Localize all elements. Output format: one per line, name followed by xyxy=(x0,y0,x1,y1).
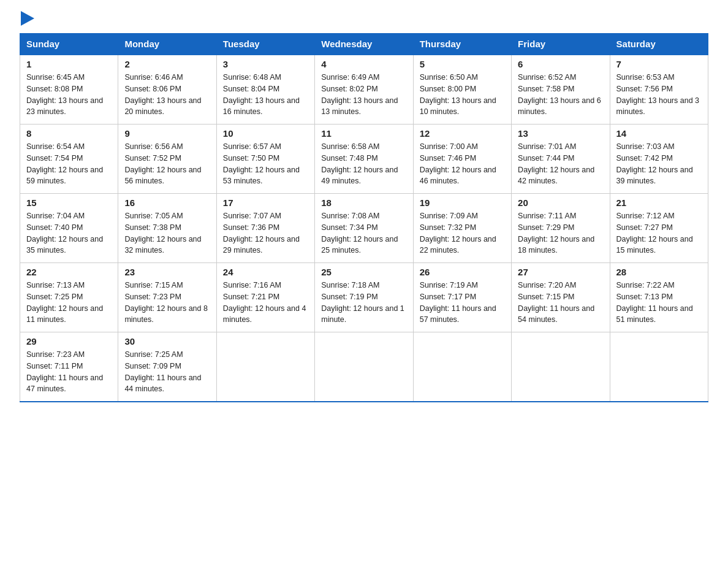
day-info: Sunrise: 6:49 AM Sunset: 8:02 PM Dayligh… xyxy=(321,72,406,118)
week-row-1: 1 Sunrise: 6:45 AM Sunset: 8:08 PM Dayli… xyxy=(20,55,708,124)
day-info: Sunrise: 6:56 AM Sunset: 7:52 PM Dayligh… xyxy=(124,141,210,187)
day-info: Sunrise: 7:12 AM Sunset: 7:27 PM Dayligh… xyxy=(616,210,702,256)
calendar-cell: 10 Sunrise: 6:57 AM Sunset: 7:50 PM Dayl… xyxy=(216,124,314,194)
day-number: 27 xyxy=(518,267,603,277)
day-number: 13 xyxy=(518,128,603,139)
week-row-3: 15 Sunrise: 7:04 AM Sunset: 7:40 PM Dayl… xyxy=(20,194,708,263)
calendar-table: SundayMondayTuesdayWednesdayThursdayFrid… xyxy=(20,33,708,402)
day-info: Sunrise: 7:03 AM Sunset: 7:42 PM Dayligh… xyxy=(616,141,702,187)
day-number: 1 xyxy=(26,59,112,69)
calendar-cell: 3 Sunrise: 6:48 AM Sunset: 8:04 PM Dayli… xyxy=(216,55,314,124)
day-number: 29 xyxy=(26,336,112,347)
day-info: Sunrise: 6:50 AM Sunset: 8:00 PM Dayligh… xyxy=(420,72,505,118)
day-info: Sunrise: 7:23 AM Sunset: 7:11 PM Dayligh… xyxy=(26,349,112,395)
day-info: Sunrise: 7:07 AM Sunset: 7:36 PM Dayligh… xyxy=(223,210,308,256)
calendar-cell xyxy=(413,332,511,402)
day-number: 24 xyxy=(223,267,308,277)
day-info: Sunrise: 7:05 AM Sunset: 7:38 PM Dayligh… xyxy=(124,210,210,256)
day-info: Sunrise: 7:15 AM Sunset: 7:23 PM Dayligh… xyxy=(124,280,210,326)
day-number: 2 xyxy=(124,59,210,69)
calendar-cell: 22 Sunrise: 7:13 AM Sunset: 7:25 PM Dayl… xyxy=(20,263,118,332)
day-number: 30 xyxy=(124,336,210,347)
day-info: Sunrise: 7:09 AM Sunset: 7:32 PM Dayligh… xyxy=(420,210,505,256)
header-sunday: Sunday xyxy=(20,34,118,55)
day-number: 21 xyxy=(616,197,702,208)
calendar-cell: 30 Sunrise: 7:25 AM Sunset: 7:09 PM Dayl… xyxy=(118,332,216,402)
calendar-cell: 12 Sunrise: 7:00 AM Sunset: 7:46 PM Dayl… xyxy=(413,124,511,194)
day-info: Sunrise: 7:11 AM Sunset: 7:29 PM Dayligh… xyxy=(518,210,603,256)
calendar-cell: 26 Sunrise: 7:19 AM Sunset: 7:17 PM Dayl… xyxy=(413,263,511,332)
day-number: 23 xyxy=(124,267,210,277)
day-info: Sunrise: 7:20 AM Sunset: 7:15 PM Dayligh… xyxy=(518,280,603,326)
calendar-cell: 2 Sunrise: 6:46 AM Sunset: 8:06 PM Dayli… xyxy=(118,55,216,124)
calendar-cell xyxy=(315,332,413,402)
day-number: 19 xyxy=(420,197,505,208)
calendar-cell: 16 Sunrise: 7:05 AM Sunset: 7:38 PM Dayl… xyxy=(118,194,216,263)
calendar-cell: 20 Sunrise: 7:11 AM Sunset: 7:29 PM Dayl… xyxy=(512,194,610,263)
day-number: 10 xyxy=(223,128,308,139)
logo-triangle-icon xyxy=(21,11,34,26)
day-number: 18 xyxy=(321,197,406,208)
header-row: SundayMondayTuesdayWednesdayThursdayFrid… xyxy=(20,34,708,55)
day-info: Sunrise: 7:19 AM Sunset: 7:17 PM Dayligh… xyxy=(420,280,505,326)
day-info: Sunrise: 6:53 AM Sunset: 7:56 PM Dayligh… xyxy=(616,72,702,118)
calendar-cell: 8 Sunrise: 6:54 AM Sunset: 7:54 PM Dayli… xyxy=(20,124,118,194)
logo xyxy=(20,15,34,26)
calendar-cell: 11 Sunrise: 6:58 AM Sunset: 7:48 PM Dayl… xyxy=(315,124,413,194)
calendar-cell: 18 Sunrise: 7:08 AM Sunset: 7:34 PM Dayl… xyxy=(315,194,413,263)
calendar-cell: 25 Sunrise: 7:18 AM Sunset: 7:19 PM Dayl… xyxy=(315,263,413,332)
calendar-cell: 7 Sunrise: 6:53 AM Sunset: 7:56 PM Dayli… xyxy=(610,55,708,124)
calendar-cell: 19 Sunrise: 7:09 AM Sunset: 7:32 PM Dayl… xyxy=(413,194,511,263)
day-number: 28 xyxy=(616,267,702,277)
day-number: 20 xyxy=(518,197,603,208)
day-number: 9 xyxy=(124,128,210,139)
day-info: Sunrise: 7:25 AM Sunset: 7:09 PM Dayligh… xyxy=(124,349,210,395)
day-number: 17 xyxy=(223,197,308,208)
week-row-2: 8 Sunrise: 6:54 AM Sunset: 7:54 PM Dayli… xyxy=(20,124,708,194)
day-info: Sunrise: 7:01 AM Sunset: 7:44 PM Dayligh… xyxy=(518,141,603,187)
day-info: Sunrise: 6:58 AM Sunset: 7:48 PM Dayligh… xyxy=(321,141,406,187)
calendar-cell: 21 Sunrise: 7:12 AM Sunset: 7:27 PM Dayl… xyxy=(610,194,708,263)
calendar-cell: 29 Sunrise: 7:23 AM Sunset: 7:11 PM Dayl… xyxy=(20,332,118,402)
top-section xyxy=(20,15,708,26)
day-number: 15 xyxy=(26,197,112,208)
calendar-cell: 14 Sunrise: 7:03 AM Sunset: 7:42 PM Dayl… xyxy=(610,124,708,194)
day-number: 16 xyxy=(124,197,210,208)
week-row-5: 29 Sunrise: 7:23 AM Sunset: 7:11 PM Dayl… xyxy=(20,332,708,402)
day-info: Sunrise: 6:52 AM Sunset: 7:58 PM Dayligh… xyxy=(518,72,603,118)
day-info: Sunrise: 6:54 AM Sunset: 7:54 PM Dayligh… xyxy=(26,141,112,187)
calendar-cell: 15 Sunrise: 7:04 AM Sunset: 7:40 PM Dayl… xyxy=(20,194,118,263)
header-thursday: Thursday xyxy=(413,34,511,55)
calendar-cell: 6 Sunrise: 6:52 AM Sunset: 7:58 PM Dayli… xyxy=(512,55,610,124)
day-number: 8 xyxy=(26,128,112,139)
calendar-cell xyxy=(610,332,708,402)
calendar-cell: 9 Sunrise: 6:56 AM Sunset: 7:52 PM Dayli… xyxy=(118,124,216,194)
day-number: 22 xyxy=(26,267,112,277)
day-number: 3 xyxy=(223,59,308,69)
day-number: 14 xyxy=(616,128,702,139)
day-info: Sunrise: 7:00 AM Sunset: 7:46 PM Dayligh… xyxy=(420,141,505,187)
calendar-cell: 27 Sunrise: 7:20 AM Sunset: 7:15 PM Dayl… xyxy=(512,263,610,332)
day-number: 25 xyxy=(321,267,406,277)
day-info: Sunrise: 7:04 AM Sunset: 7:40 PM Dayligh… xyxy=(26,210,112,256)
day-number: 5 xyxy=(420,59,505,69)
svg-marker-0 xyxy=(21,11,34,26)
day-info: Sunrise: 7:18 AM Sunset: 7:19 PM Dayligh… xyxy=(321,280,406,326)
day-number: 12 xyxy=(420,128,505,139)
calendar-cell: 1 Sunrise: 6:45 AM Sunset: 8:08 PM Dayli… xyxy=(20,55,118,124)
calendar-cell: 17 Sunrise: 7:07 AM Sunset: 7:36 PM Dayl… xyxy=(216,194,314,263)
day-number: 4 xyxy=(321,59,406,69)
calendar-cell: 5 Sunrise: 6:50 AM Sunset: 8:00 PM Dayli… xyxy=(413,55,511,124)
day-info: Sunrise: 7:16 AM Sunset: 7:21 PM Dayligh… xyxy=(223,280,308,326)
calendar-cell: 23 Sunrise: 7:15 AM Sunset: 7:23 PM Dayl… xyxy=(118,263,216,332)
calendar-cell: 24 Sunrise: 7:16 AM Sunset: 7:21 PM Dayl… xyxy=(216,263,314,332)
calendar-cell: 28 Sunrise: 7:22 AM Sunset: 7:13 PM Dayl… xyxy=(610,263,708,332)
day-info: Sunrise: 6:57 AM Sunset: 7:50 PM Dayligh… xyxy=(223,141,308,187)
day-info: Sunrise: 6:48 AM Sunset: 8:04 PM Dayligh… xyxy=(223,72,308,118)
week-row-4: 22 Sunrise: 7:13 AM Sunset: 7:25 PM Dayl… xyxy=(20,263,708,332)
header-friday: Friday xyxy=(512,34,610,55)
day-info: Sunrise: 7:13 AM Sunset: 7:25 PM Dayligh… xyxy=(26,280,112,326)
day-info: Sunrise: 6:45 AM Sunset: 8:08 PM Dayligh… xyxy=(26,72,112,118)
day-info: Sunrise: 6:46 AM Sunset: 8:06 PM Dayligh… xyxy=(124,72,210,118)
header-tuesday: Tuesday xyxy=(216,34,314,55)
